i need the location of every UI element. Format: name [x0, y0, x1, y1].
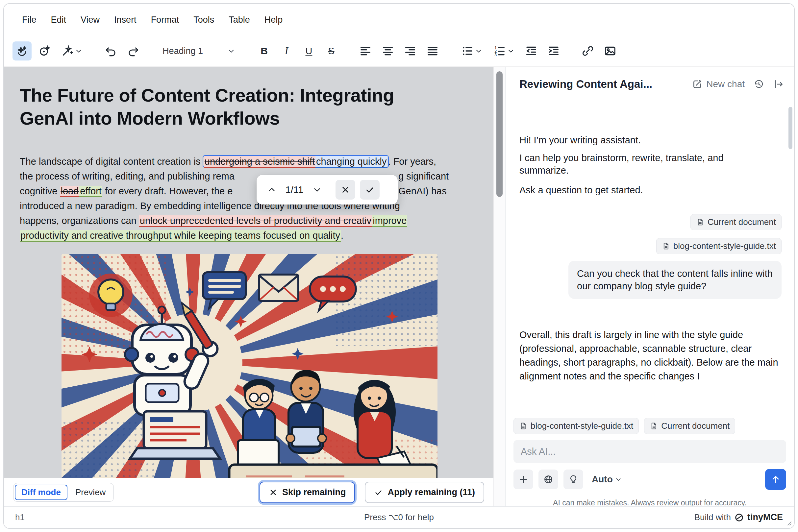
document-image[interactable]	[61, 254, 438, 504]
chevron-down-icon	[507, 47, 515, 55]
underline-glyph: U	[305, 46, 313, 57]
diff-prev-button[interactable]	[264, 183, 279, 197]
underline-button[interactable]: U	[299, 41, 318, 60]
skip-remaining-button[interactable]: Skip remaining	[260, 482, 355, 503]
link-icon	[581, 44, 594, 58]
diff-insertion[interactable]: productivity and creative throughput whi…	[20, 230, 341, 242]
chat-composer: blog-content-style-guide.txt Current doc…	[505, 413, 794, 506]
preview-button[interactable]: Preview	[69, 484, 112, 500]
editor-scrollbar-thumb[interactable]	[496, 71, 503, 197]
diff-insertion[interactable]: effort	[79, 186, 102, 197]
menu-table[interactable]: Table	[223, 12, 256, 28]
add-attachment-button[interactable]	[514, 470, 533, 489]
menu-file[interactable]: File	[16, 12, 42, 28]
align-left-button[interactable]	[356, 41, 375, 60]
strikethrough-button[interactable]: S	[322, 41, 341, 60]
outdent-button[interactable]	[522, 41, 541, 60]
diff-next-button[interactable]	[310, 183, 324, 197]
align-right-button[interactable]	[401, 41, 420, 60]
attachment-style-guide[interactable]: blog-content-style-guide.txt	[514, 418, 639, 434]
diff-deletion[interactable]: load	[60, 186, 80, 197]
check-icon	[365, 185, 375, 195]
paragraph-line: The landscape of digital content creatio…	[20, 154, 490, 169]
align-justify-icon	[426, 44, 439, 58]
chat-header: Reviewing Content Agai... New chat	[505, 67, 794, 91]
ai-review-button[interactable]	[35, 41, 54, 60]
document-title: The Future of Content Creation: Integrat…	[20, 84, 474, 130]
sparkle-icon	[519, 307, 533, 321]
attachment-current-document[interactable]: Current document	[644, 418, 735, 434]
menu-help[interactable]: Help	[259, 12, 289, 28]
branding[interactable]: Build with tinyMCE	[694, 512, 783, 522]
chevron-down-icon	[615, 476, 622, 483]
current-diff-region[interactable]: undergoing a seismic shiftchanging quick…	[203, 156, 388, 167]
paragraph-text: happens, organizations can	[20, 215, 139, 226]
model-select-value: Auto	[592, 474, 613, 484]
ask-ai-input[interactable]	[514, 440, 786, 463]
menu-insert[interactable]: Insert	[109, 12, 142, 28]
diff-reject-button[interactable]	[335, 180, 355, 200]
diff-deletion[interactable]: undergoing a seismic shift	[204, 156, 315, 168]
element-path[interactable]: h1	[15, 512, 25, 522]
attachment-style-guide[interactable]: blog-content-style-guide.txt	[656, 238, 782, 254]
diff-deletion[interactable]: unlock unprecedented levels of productiv…	[139, 215, 372, 227]
numbered-list-button[interactable]	[489, 41, 518, 60]
chat-scrollbar[interactable]	[788, 107, 793, 149]
diff-counter: 1/11	[283, 185, 305, 195]
redo-button[interactable]	[124, 41, 143, 60]
ai-assistant-button[interactable]	[13, 41, 32, 60]
paragraph-text: GenAI) has	[398, 184, 447, 198]
chat-history-button[interactable]	[753, 79, 764, 90]
ai-assistant-icon	[16, 44, 29, 58]
editor-scrollbar[interactable]	[494, 67, 505, 506]
insert-image-button[interactable]	[601, 41, 620, 60]
assistant-greeting: Hi! I’m your writing assistant.	[519, 134, 782, 146]
undo-icon	[104, 44, 117, 58]
diff-insertion[interactable]: improve	[372, 215, 407, 227]
link-button[interactable]	[578, 41, 597, 60]
diff-mode-button[interactable]: Diff mode	[15, 484, 68, 500]
undo-button[interactable]	[101, 41, 120, 60]
send-button[interactable]	[765, 469, 786, 490]
paragraph-text: cognitive	[20, 186, 60, 196]
new-chat-button[interactable]: New chat	[692, 79, 745, 90]
diff-navigator: 1/11	[257, 175, 398, 205]
toolbar: Heading 1 B I U S	[4, 36, 794, 66]
align-center-button[interactable]	[378, 41, 397, 60]
assistant-message: Overall, this draft is largely in line w…	[519, 328, 782, 383]
check-icon	[374, 488, 383, 497]
paragraph-line: happens, organizations can unlock unprec…	[20, 213, 490, 228]
build-with-label: Build with	[694, 512, 731, 522]
resize-handle-icon[interactable]	[785, 519, 792, 526]
paragraph-line: cognitive loadeffort for every draft. Ho…	[20, 184, 490, 198]
editor-canvas[interactable]: The Future of Content Creation: Integrat…	[4, 67, 494, 506]
skip-remaining-label: Skip remaining	[282, 487, 346, 497]
menu-edit[interactable]: Edit	[45, 12, 72, 28]
assistant-prompt: Ask a question to get started.	[519, 184, 782, 196]
italic-button[interactable]: I	[277, 41, 296, 60]
ai-shortcuts-button[interactable]	[57, 41, 86, 60]
menu-view[interactable]: View	[75, 12, 105, 28]
bold-button[interactable]: B	[255, 41, 274, 60]
diff-accept-button[interactable]	[360, 180, 379, 200]
menu-format[interactable]: Format	[145, 12, 185, 28]
suggestions-button[interactable]	[563, 470, 583, 489]
document-icon	[650, 422, 658, 430]
chevron-down-icon	[75, 47, 82, 55]
paragraph-text: the process of writing, editing, and pub…	[20, 171, 235, 182]
apply-remaining-button[interactable]: Apply remaining (11)	[365, 482, 484, 503]
format-select[interactable]: Heading 1	[158, 41, 239, 60]
diff-insertion[interactable]: changing quickly	[315, 156, 387, 168]
paragraph-text: for every draft. However, the e	[102, 186, 233, 196]
collapse-sidebar-button[interactable]	[773, 79, 784, 90]
apply-remaining-label: Apply remaining (11)	[388, 487, 475, 497]
image-icon	[604, 44, 617, 58]
indent-button[interactable]	[544, 41, 563, 60]
chat-title: Reviewing Content Agai...	[519, 78, 652, 91]
bullet-list-button[interactable]	[457, 41, 486, 60]
web-search-button[interactable]	[538, 470, 558, 489]
model-select[interactable]: Auto	[592, 474, 622, 484]
attachment-current-document[interactable]: Current document	[690, 214, 782, 230]
menu-tools[interactable]: Tools	[188, 12, 220, 28]
align-justify-button[interactable]	[423, 41, 442, 60]
